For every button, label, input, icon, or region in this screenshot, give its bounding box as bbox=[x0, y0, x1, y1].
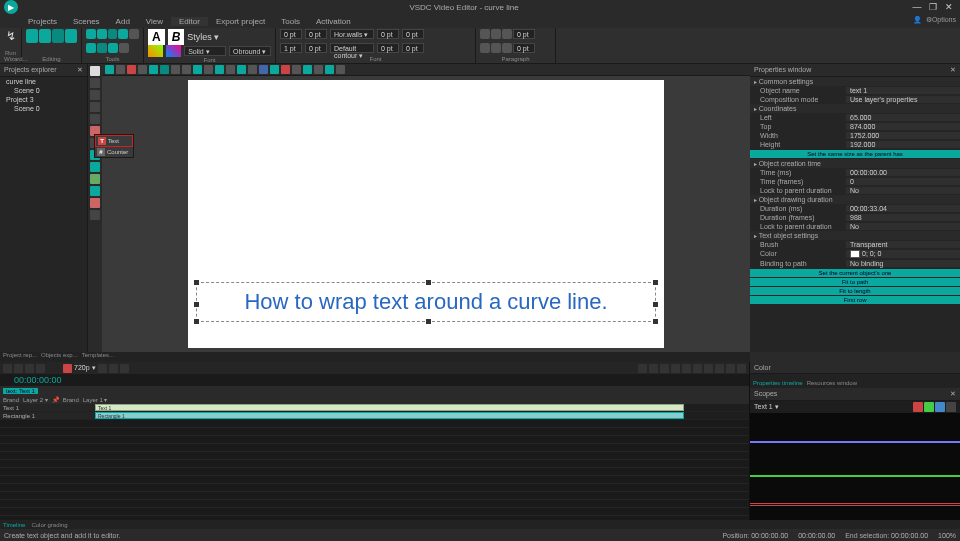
contour-color-button[interactable] bbox=[166, 45, 181, 57]
tool-line-icon[interactable] bbox=[90, 90, 100, 100]
horwalls-combo[interactable]: Hor.walls ▾ bbox=[330, 29, 374, 39]
video-effects-button[interactable] bbox=[39, 29, 51, 43]
tl-zoom[interactable]: 720p ▾ bbox=[74, 364, 96, 372]
tl-play-button[interactable] bbox=[109, 364, 118, 373]
close-button[interactable]: ✕ bbox=[942, 1, 956, 13]
menu-tools[interactable]: Tools bbox=[273, 17, 308, 26]
para-btn-2[interactable] bbox=[491, 29, 501, 39]
tool-anim-icon[interactable] bbox=[90, 186, 100, 196]
tl-tool-5[interactable] bbox=[682, 364, 691, 373]
tl-tool-7[interactable] bbox=[704, 364, 713, 373]
outline-color-button[interactable] bbox=[148, 45, 163, 57]
tool-mask-icon[interactable] bbox=[90, 162, 100, 172]
projects-explorer-close-icon[interactable]: ✕ bbox=[77, 66, 83, 74]
btn-setsize[interactable]: Set the same size as the parent has bbox=[750, 150, 960, 158]
status-zoom[interactable]: 100% bbox=[938, 532, 956, 539]
tree-project-3[interactable]: Project 3 bbox=[0, 95, 87, 104]
pt-combo-5[interactable]: 1 pt bbox=[280, 43, 302, 53]
tab-project-rep[interactable]: Project rep... bbox=[3, 352, 37, 362]
menu-add[interactable]: Add bbox=[108, 17, 138, 26]
scopes-close-icon[interactable]: ✕ bbox=[950, 390, 956, 398]
val-timefr[interactable]: 0 bbox=[846, 178, 960, 185]
para-btn-1[interactable] bbox=[480, 29, 490, 39]
tb-icon-22[interactable] bbox=[336, 65, 345, 74]
tl-tool-6[interactable] bbox=[693, 364, 702, 373]
tool-btn-1[interactable] bbox=[86, 29, 96, 39]
font-preview-b[interactable]: B bbox=[168, 29, 185, 45]
val-durfr[interactable]: 988 bbox=[846, 214, 960, 221]
tl-tool-2[interactable] bbox=[649, 364, 658, 373]
tl-tool-9[interactable] bbox=[726, 364, 735, 373]
set-effect-button[interactable] bbox=[65, 29, 77, 43]
clip-rect[interactable]: Rectangle 1 bbox=[95, 412, 684, 419]
section-odd[interactable]: Object drawing duration bbox=[750, 195, 960, 204]
section-tos[interactable]: Text object settings bbox=[750, 231, 960, 240]
tb-icon-14[interactable] bbox=[248, 65, 257, 74]
pt-combo-3[interactable]: 0 pt bbox=[377, 29, 399, 39]
val-lockp[interactable]: No bbox=[846, 187, 960, 194]
btn-fit[interactable]: Fit to length bbox=[750, 287, 960, 295]
val-binding[interactable]: No binding bbox=[846, 260, 960, 267]
tl-ctrl-1[interactable] bbox=[3, 364, 12, 373]
add-object-button[interactable] bbox=[26, 29, 38, 43]
val-width[interactable]: 1752.000 bbox=[846, 132, 960, 139]
account-icon[interactable]: 👤 bbox=[913, 16, 922, 24]
tb-icon-19[interactable] bbox=[303, 65, 312, 74]
scene-tab[interactable]: text: Text 1 bbox=[3, 388, 38, 394]
tb-icon-10[interactable] bbox=[204, 65, 213, 74]
para-btn-6[interactable] bbox=[502, 43, 512, 53]
val-lockp2[interactable]: No bbox=[846, 223, 960, 230]
solid-combo[interactable]: Solid ▾ bbox=[184, 46, 226, 56]
section-coords[interactable]: Coordinates bbox=[750, 104, 960, 113]
tb-icon-18[interactable] bbox=[292, 65, 301, 74]
tab-templates[interactable]: Templates... bbox=[82, 352, 114, 362]
tool-btn-2[interactable] bbox=[97, 29, 107, 39]
menu-projects[interactable]: Projects bbox=[20, 17, 65, 26]
tb-icon-5[interactable] bbox=[149, 65, 158, 74]
tb-icon-3[interactable] bbox=[127, 65, 136, 74]
val-top[interactable]: 874.000 bbox=[846, 123, 960, 130]
tb-icon-21[interactable] bbox=[325, 65, 334, 74]
pt-combo-4[interactable]: 0 pt bbox=[402, 29, 424, 39]
options-button[interactable]: ⚙Options bbox=[926, 16, 956, 24]
val-objname[interactable]: text 1 bbox=[846, 87, 960, 94]
tl-tool-3[interactable] bbox=[660, 364, 669, 373]
tb-icon-15[interactable] bbox=[259, 65, 268, 74]
canvas[interactable]: How to wrap text around a curve line. bbox=[188, 80, 664, 348]
obround-combo[interactable]: Obround ▾ bbox=[229, 46, 271, 56]
tool-btn-4[interactable] bbox=[118, 29, 128, 39]
tool-brush-icon[interactable] bbox=[90, 114, 100, 124]
para-btn-5[interactable] bbox=[491, 43, 501, 53]
tb-icon-11[interactable] bbox=[215, 65, 224, 74]
para-pt-1[interactable]: 0 pt bbox=[513, 29, 535, 39]
tb-icon-13[interactable] bbox=[237, 65, 246, 74]
tl-ctrl-4[interactable] bbox=[36, 364, 45, 373]
styles-dropdown[interactable]: Styles ▾ bbox=[187, 32, 219, 42]
defcont-combo[interactable]: Default contour ▾ bbox=[330, 43, 374, 53]
maximize-button[interactable]: ❐ bbox=[926, 1, 940, 13]
val-left[interactable]: 65.000 bbox=[846, 114, 960, 121]
canvas-text[interactable]: How to wrap text around a curve line. bbox=[244, 289, 607, 315]
tool-btn-6[interactable] bbox=[86, 43, 96, 53]
run-wizard-icon[interactable]: ↯ bbox=[4, 29, 17, 43]
text-object-selection[interactable]: How to wrap text around a curve line. bbox=[196, 282, 656, 322]
tb-icon-2[interactable] bbox=[116, 65, 125, 74]
tl-tool-10[interactable] bbox=[737, 364, 746, 373]
timeline-tracks[interactable]: Text 1 Text 1 Rectangle 1 Rectangle 1 bbox=[0, 404, 749, 526]
tl-next-button[interactable] bbox=[120, 364, 129, 373]
clip-text[interactable]: Text 1 bbox=[95, 404, 684, 411]
menu-export[interactable]: Export project bbox=[208, 17, 273, 26]
tl-ctrl-3[interactable] bbox=[25, 364, 34, 373]
tool-btn-3[interactable] bbox=[108, 29, 118, 39]
section-oct[interactable]: Object creation time bbox=[750, 159, 960, 168]
tool-btn-7[interactable] bbox=[97, 43, 107, 53]
pt-combo-2[interactable]: 0 pt bbox=[305, 29, 327, 39]
para-btn-4[interactable] bbox=[480, 43, 490, 53]
tool-btn-9[interactable] bbox=[119, 43, 129, 53]
tool-chart-icon[interactable] bbox=[90, 198, 100, 208]
tool-shape-icon[interactable] bbox=[90, 78, 100, 88]
scope-settings-button[interactable] bbox=[946, 402, 956, 412]
val-color[interactable]: 0; 0; 0 bbox=[846, 250, 960, 258]
col-layer1[interactable]: Layer 1 ▾ bbox=[83, 396, 108, 403]
btn-last[interactable]: First row bbox=[750, 296, 960, 304]
